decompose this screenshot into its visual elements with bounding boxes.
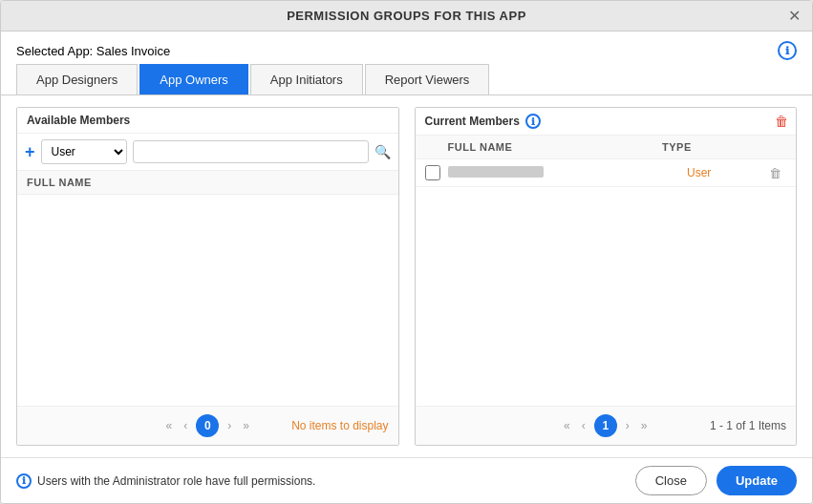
row-type: User [687,166,763,179]
available-members-header: Available Members [17,108,398,134]
search-input[interactable] [133,140,369,163]
app-info-row: Selected App: Sales Invoice ℹ [1,32,812,64]
current-nav-last[interactable]: » [638,417,651,434]
available-nav-first[interactable]: « [163,417,176,434]
tab-app-initiators[interactable]: App Initiators [250,64,363,94]
footer-buttons: Close Update [635,466,797,495]
row-delete-button[interactable]: 🗑 [763,166,786,180]
items-count-text: 1 - 1 of 1 Items [710,419,786,432]
current-members-header: Current Members ℹ 🗑 [416,108,797,136]
available-nav-prev[interactable]: ‹ [181,417,190,434]
no-items-text: No items to display [291,419,388,432]
available-members-list [17,195,398,406]
available-page-number: 0 [196,414,219,437]
tab-app-owners[interactable]: App Owners [139,64,248,94]
update-button[interactable]: Update [717,466,797,495]
available-members-title: Available Members [27,114,130,127]
current-members-panel: Current Members ℹ 🗑 FULL NAME TYPE User [415,107,798,446]
app-label: Selected App: Sales Invoice [16,44,170,58]
current-col-header: FULL NAME TYPE [416,136,797,159]
current-members-list: User 🗑 [416,159,797,406]
modal-footer: ℹ Users with the Administrator role have… [1,457,812,503]
delete-all-button[interactable]: 🗑 [775,114,788,129]
col-checkbox-spacer [425,141,448,153]
blurred-name [448,166,544,178]
search-icon: 🔍 [374,144,391,159]
content-area: Available Members + User Group Role 🔍 FU [1,95,812,457]
row-name [448,166,688,180]
close-button[interactable]: Close [635,466,707,495]
current-nav-prev[interactable]: ‹ [579,417,588,434]
available-controls: + User Group Role 🔍 [17,134,398,171]
current-panel-footer: « ‹ 1 › » 1 - 1 of 1 Items [416,406,797,445]
selected-app-label: Selected App: [16,44,93,58]
current-col-type: TYPE [662,141,758,153]
available-nav-last[interactable]: » [240,417,252,434]
current-page-number: 1 [594,414,617,437]
current-members-title: Current Members [425,115,520,128]
modal-header: PERMISSION GROUPS FOR THIS APP ✕ [1,1,812,32]
row-checkbox[interactable] [425,165,440,180]
current-nav-first[interactable]: « [561,417,573,434]
modal-body: Selected App: Sales Invoice ℹ App Design… [1,32,812,457]
tab-report-viewers[interactable]: Report Viewers [365,64,490,94]
available-panel-footer: « ‹ 0 › » No items to display [17,406,398,445]
available-members-panel: Available Members + User Group Role 🔍 FU [16,107,399,446]
table-row: User 🗑 [416,159,797,187]
type-select[interactable]: User Group Role [41,139,127,164]
tab-app-designers[interactable]: App Designers [16,64,138,94]
current-col-action [758,141,786,153]
footer-info-icon: ℹ [16,473,32,489]
current-col-full-name: FULL NAME [448,141,663,153]
close-icon[interactable]: ✕ [788,9,801,24]
modal-title: PERMISSION GROUPS FOR THIS APP [287,9,526,23]
current-members-info-icon[interactable]: ℹ [525,114,541,129]
tabs-row: App Designers App Owners App Initiators … [1,64,812,95]
footer-note-text: Users with the Administrator role have f… [37,474,315,488]
app-info-icon[interactable]: ℹ [778,41,797,60]
available-col-header: FULL NAME [17,171,398,195]
permission-groups-modal: PERMISSION GROUPS FOR THIS APP ✕ Selecte… [0,0,813,504]
footer-note: ℹ Users with the Administrator role have… [16,473,315,489]
current-nav-next[interactable]: › [623,417,632,434]
available-nav-next[interactable]: › [225,417,234,434]
available-col-full-name: FULL NAME [27,177,389,188]
app-name: Sales Invoice [96,44,170,58]
add-member-button[interactable]: + [25,143,35,160]
search-button[interactable]: 🔍 [374,144,391,159]
